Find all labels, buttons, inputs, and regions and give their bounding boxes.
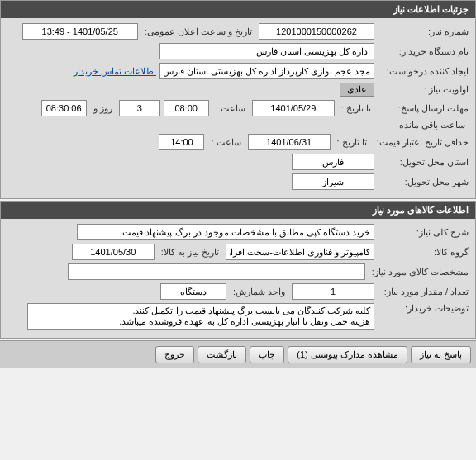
label-province: استان محل تحویل:: [378, 157, 469, 168]
field-req-date[interactable]: [72, 244, 155, 260]
field-spec[interactable]: [68, 263, 365, 280]
label-priority: اولویت نیاز :: [378, 84, 469, 95]
field-pub-date[interactable]: [22, 23, 138, 40]
label-req-no: شماره نیاز:: [378, 26, 469, 37]
field-unit[interactable]: [160, 283, 226, 300]
label-pub-date: تاریخ و ساعت اعلان عمومی:: [141, 26, 255, 37]
field-creator[interactable]: [159, 63, 374, 79]
label-hour-2: ساعت :: [207, 137, 244, 148]
label-credit: حداقل تاریخ اعتبار قیمت:: [374, 137, 469, 148]
label-to-date-1: تا تاریخ :: [338, 103, 374, 114]
field-buyer-note[interactable]: [27, 303, 374, 330]
field-desc[interactable]: [77, 224, 374, 240]
back-button[interactable]: بازگشت: [198, 346, 246, 363]
field-remain: [41, 100, 87, 116]
label-creator: ایجاد کننده درخواست:: [378, 66, 469, 77]
label-spec: مشخصات کالای مورد نیاز:: [369, 267, 469, 277]
label-days-and: روز و: [90, 103, 116, 114]
contact-link[interactable]: اطلاعات تماس خریدار: [74, 66, 156, 77]
label-desc: شرح کلی نیاز:: [378, 227, 469, 238]
exit-button[interactable]: خروج: [155, 346, 194, 363]
field-city[interactable]: [292, 173, 374, 190]
field-buyer[interactable]: [159, 43, 374, 59]
field-req-no[interactable]: [259, 23, 374, 40]
field-dl-date[interactable]: [252, 100, 335, 116]
attachments-button[interactable]: مشاهده مدارک پیوستی (1): [288, 346, 407, 363]
panel2-body: شرح کلی نیاز: گروه کالا: تاریخ نیاز به ک…: [1, 219, 475, 338]
need-details-panel: جزئیات اطلاعات نیاز شماره نیاز: تاریخ و …: [0, 0, 476, 199]
panel1-body: شماره نیاز: تاریخ و ساعت اعلان عمومی: نا…: [1, 18, 475, 198]
label-buyer-note: توضیحات خریدار:: [378, 303, 469, 314]
field-qty[interactable]: [292, 283, 374, 300]
reply-button[interactable]: پاسخ به نیاز: [411, 346, 471, 363]
print-button[interactable]: چاپ: [250, 346, 284, 363]
label-remain: ساعت باقی مانده: [396, 120, 469, 130]
field-dl-time[interactable]: [164, 100, 209, 116]
label-city: شهر محل تحویل:: [378, 177, 469, 187]
button-bar: پاسخ به نیاز مشاهده مدارک پیوستی (1) چاپ…: [0, 340, 476, 368]
goods-panel: اطلاعات کالاهای مورد نیاز شرح کلی نیاز: …: [0, 201, 476, 339]
label-deadline: مهلت ارسال پاسخ:: [378, 103, 469, 114]
priority-value: عادی: [340, 83, 374, 97]
label-buyer: نام دستگاه خریدار:: [378, 46, 469, 57]
label-to-date-2: تا تاریخ :: [334, 137, 370, 148]
label-qty: تعداد / مقدار مورد نیاز:: [378, 287, 469, 297]
label-hour-1: ساعت :: [212, 103, 249, 114]
field-province[interactable]: [292, 154, 374, 170]
field-cr-date[interactable]: [248, 134, 331, 150]
label-unit: واحد شمارش:: [230, 287, 288, 297]
label-group: گروه کالا:: [378, 247, 469, 258]
panel2-header: اطلاعات کالاهای مورد نیاز: [1, 202, 475, 219]
panel1-header: جزئیات اطلاعات نیاز: [1, 1, 475, 18]
field-cr-time[interactable]: [159, 134, 204, 150]
field-days[interactable]: [119, 100, 160, 116]
field-group[interactable]: [226, 244, 374, 260]
label-req-date: تاریخ نیاز به کالا:: [158, 247, 222, 258]
